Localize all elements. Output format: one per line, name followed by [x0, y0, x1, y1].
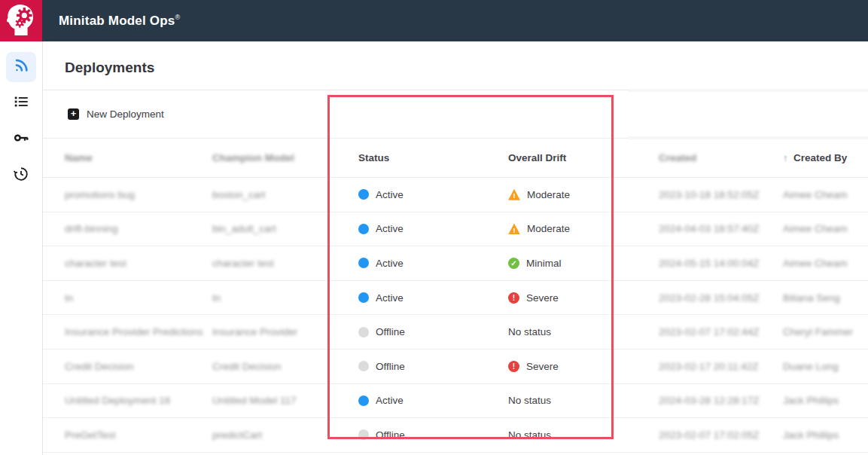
- cell-status: Active: [358, 292, 508, 304]
- cell-champion-model: boston_cart: [212, 189, 358, 200]
- cell-created: 2023-02-07 17:02:44Z: [659, 326, 783, 337]
- drift-label: Moderate: [527, 223, 570, 234]
- table-row[interactable]: PreGetTest predictCart Offline No status…: [43, 418, 868, 453]
- cell-name: tn: [43, 292, 212, 304]
- cell-status: Offline: [358, 326, 508, 337]
- cell-status: Offline: [358, 361, 508, 372]
- table-row[interactable]: Insurance Provider Predictions Insurance…: [43, 315, 868, 350]
- new-deployment-label: New Deployment: [87, 108, 164, 120]
- cell-status: Active: [358, 189, 508, 200]
- cell-champion-model: character test: [212, 258, 358, 269]
- history-icon: [13, 166, 29, 185]
- cell-overall-drift: No status: [508, 326, 659, 337]
- cell-status: Active: [358, 395, 508, 406]
- cell-created: 2023-02-07 17:02:05Z: [659, 429, 783, 441]
- status-dot-icon: [358, 429, 369, 440]
- cell-created-by: Biliana Seng: [783, 292, 868, 304]
- rss-icon: [13, 57, 29, 77]
- cell-champion-model: Untitled Model 117: [212, 395, 358, 406]
- cell-overall-drift: No status: [508, 395, 659, 406]
- cell-created-by: Aimee Cheam: [783, 189, 868, 200]
- column-header-name[interactable]: Name: [43, 152, 212, 163]
- status-label: Offline: [376, 326, 405, 337]
- toolbar: + New Deployment: [43, 90, 868, 139]
- minitab-logo[interactable]: [0, 0, 42, 41]
- page-title: Deployments: [43, 41, 868, 90]
- cell-created-by: Cheryl Fammer: [783, 326, 868, 337]
- cell-created-by: Aimee Cheam: [783, 258, 868, 269]
- table-row[interactable]: drift-binning bin_adult_cart Active Mode…: [43, 212, 868, 247]
- drift-icon: [508, 258, 519, 269]
- brain-gear-icon: [3, 2, 39, 41]
- cell-name: character test: [43, 258, 212, 269]
- divider: [628, 89, 868, 92]
- list-icon: [13, 93, 29, 113]
- app-window: Minitab Model Ops®: [0, 0, 868, 455]
- cell-overall-drift: Moderate: [508, 223, 659, 234]
- status-dot-icon: [358, 361, 369, 371]
- cell-created: 2024-04-03 18:57:40Z: [659, 223, 783, 234]
- top-bar: Minitab Model Ops®: [0, 0, 868, 41]
- status-label: Active: [376, 258, 404, 269]
- cell-created: 2023-02-17 20:11:42Z: [659, 361, 783, 372]
- sidebar: [0, 41, 43, 455]
- cell-champion-model: predictCart: [212, 429, 358, 441]
- drift-label: Minimal: [526, 258, 562, 269]
- cell-created: 2024-05-15 14:00:04Z: [659, 258, 783, 269]
- status-dot-icon: [358, 395, 369, 406]
- status-dot-icon: [358, 327, 369, 337]
- cell-name: Credit Decision: [43, 361, 212, 372]
- status-label: Active: [376, 189, 404, 200]
- cell-status: Active: [358, 223, 508, 234]
- column-header-status[interactable]: Status: [358, 152, 508, 163]
- table-row[interactable]: character test character test Active Min…: [43, 246, 868, 281]
- column-header-champion-model[interactable]: Champion Model: [212, 152, 358, 163]
- sidebar-item-history[interactable]: [6, 160, 36, 191]
- cell-created-by: Aimee Cheam: [783, 223, 868, 234]
- registered-mark: ®: [175, 14, 181, 21]
- drift-label: No status: [508, 395, 551, 406]
- divider: [628, 136, 868, 139]
- column-header-overall-drift[interactable]: Overall Drift: [508, 152, 659, 163]
- status-dot-icon: [358, 258, 369, 268]
- status-label: Active: [376, 223, 404, 234]
- cell-champion-model: Insurance Provider: [212, 326, 358, 337]
- drift-label: Severe: [526, 292, 559, 304]
- drift-icon: [508, 223, 520, 234]
- sidebar-item-api-keys[interactable]: [6, 124, 36, 154]
- cell-created: 2023-02-28 15:04:05Z: [659, 292, 783, 304]
- table-row[interactable]: Untitled Deployment 16 Untitled Model 11…: [43, 384, 868, 419]
- main-content: Deployments + New Deployment Name Champi…: [43, 41, 868, 455]
- table-row[interactable]: Credit Decision Credit Decision Offline …: [43, 350, 868, 384]
- cell-name: PreGetTest: [43, 429, 212, 441]
- status-dot-icon: [358, 189, 369, 200]
- drift-icon: [508, 361, 519, 372]
- new-deployment-button[interactable]: + New Deployment: [68, 108, 164, 120]
- cell-overall-drift: Moderate: [508, 189, 659, 200]
- app-title: Minitab Model Ops®: [59, 14, 180, 29]
- column-header-created-by[interactable]: ↑Created By: [783, 152, 868, 163]
- cell-created-by: Jack Phillips: [783, 395, 868, 406]
- sort-ascending-icon: ↑: [783, 153, 787, 163]
- cell-created-by: Duane Long: [783, 361, 868, 372]
- drift-label: No status: [508, 429, 551, 441]
- cell-overall-drift: No status: [508, 429, 659, 441]
- table-row[interactable]: promotions bug boston_cart Active Modera…: [43, 178, 868, 212]
- cell-champion-model: tn: [212, 292, 358, 304]
- column-header-created[interactable]: Created: [659, 152, 783, 163]
- cell-name: Untitled Deployment 16: [43, 395, 212, 406]
- cell-overall-drift: Severe: [508, 292, 659, 304]
- cell-created: 2024-03-28 12:28:17Z: [659, 395, 783, 406]
- status-label: Active: [376, 395, 404, 406]
- cell-overall-drift: Severe: [508, 361, 659, 372]
- cell-name: promotions bug: [43, 189, 212, 200]
- cell-overall-drift: Minimal: [508, 258, 659, 269]
- drift-label: Severe: [526, 361, 559, 372]
- drift-icon: [508, 189, 520, 200]
- table-row[interactable]: tn tn Active Severe 2023-02-28 15:04:05Z…: [43, 281, 868, 316]
- status-label: Offline: [376, 429, 405, 441]
- sidebar-item-models[interactable]: [6, 88, 36, 118]
- cell-status: Active: [358, 258, 508, 269]
- cell-created: 2023-10-18 18:52:05Z: [659, 189, 783, 200]
- sidebar-item-deployments[interactable]: [6, 52, 36, 82]
